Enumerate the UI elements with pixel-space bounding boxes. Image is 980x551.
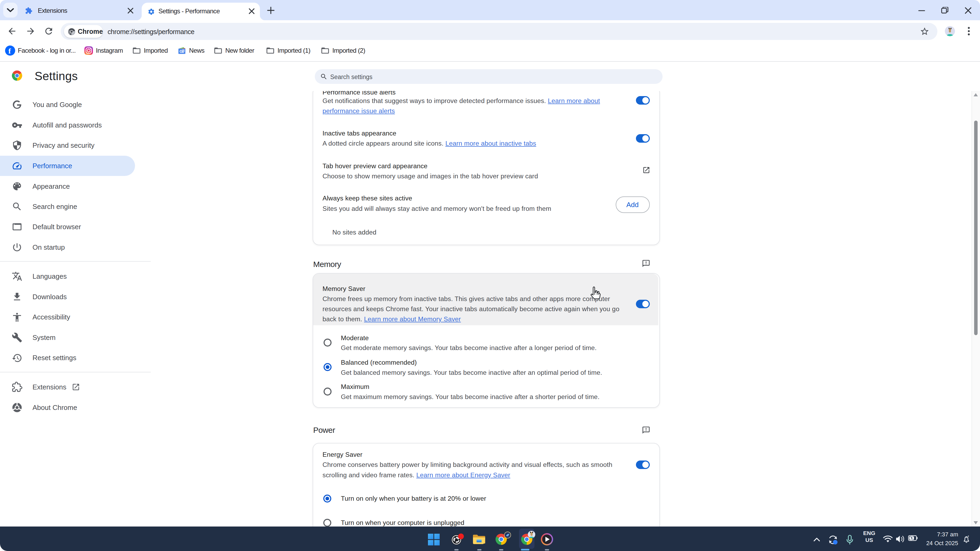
svg-text:z: z [968, 535, 969, 537]
svg-text:z: z [966, 535, 967, 538]
svg-text:G: G [180, 49, 183, 54]
